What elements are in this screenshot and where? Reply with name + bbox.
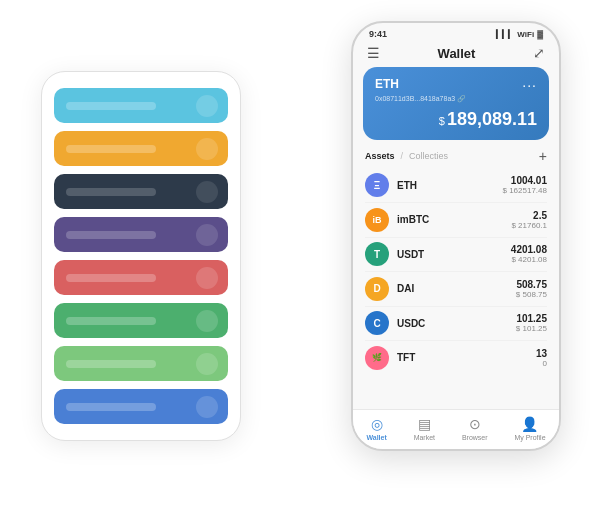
tft-amount: 13 [536, 348, 547, 359]
usdc-info: USDC [397, 318, 508, 329]
tft-usd: 0 [536, 359, 547, 368]
imbtc-info: imBTC [397, 214, 503, 225]
nav-profile-label: My Profile [514, 434, 545, 441]
status-icons: ▎▎▎ WiFi ▓ [496, 30, 543, 39]
asset-item-dai[interactable]: D DAI 508.75 $ 508.75 [353, 272, 559, 306]
asset-item-tft[interactable]: 🌿 TFT 13 0 [353, 341, 559, 375]
dai-name: DAI [397, 283, 508, 294]
market-nav-icon: ▤ [418, 416, 431, 432]
eth-card-label: ETH [375, 77, 399, 91]
expand-icon[interactable]: ⤢ [533, 45, 545, 61]
asset-item-imbtc[interactable]: iB imBTC 2.5 $ 21760.1 [353, 203, 559, 237]
usdc-usd: $ 101.25 [516, 324, 547, 333]
dai-icon: D [365, 277, 389, 301]
assets-header: Assets / Collecties + [353, 148, 559, 168]
imbtc-amount: 2.5 [511, 210, 547, 221]
asset-list: Ξ ETH 1004.01 $ 162517.48 iB imBTC 2.5 $ [353, 168, 559, 409]
list-item[interactable] [54, 303, 228, 338]
nav-browser[interactable]: ⊙ Browser [462, 416, 488, 441]
eth-balance-symbol: $ [439, 115, 445, 127]
add-asset-button[interactable]: + [539, 148, 547, 164]
eth-balance: $189,089.11 [375, 109, 537, 130]
usdt-icon: T [365, 242, 389, 266]
list-item[interactable] [54, 260, 228, 295]
page-title: Wallet [438, 46, 476, 61]
phone-header: ☰ Wallet ⤢ [353, 41, 559, 67]
nav-market[interactable]: ▤ Market [414, 416, 435, 441]
status-bar: 9:41 ▎▎▎ WiFi ▓ [353, 23, 559, 41]
dai-amount: 508.75 [516, 279, 547, 290]
tft-amounts: 13 0 [536, 348, 547, 368]
battery-icon: ▓ [537, 30, 543, 39]
asset-item-eth[interactable]: Ξ ETH 1004.01 $ 162517.48 [353, 168, 559, 202]
eth-balance-value: 189,089.11 [447, 109, 537, 129]
eth-usd: $ 162517.48 [503, 186, 548, 195]
dai-info: DAI [397, 283, 508, 294]
menu-icon[interactable]: ☰ [367, 45, 380, 61]
imbtc-icon: iB [365, 208, 389, 232]
nav-market-label: Market [414, 434, 435, 441]
nav-profile[interactable]: 👤 My Profile [514, 416, 545, 441]
tab-assets[interactable]: Assets [365, 151, 395, 161]
imbtc-usd: $ 21760.1 [511, 221, 547, 230]
nav-wallet[interactable]: ◎ Wallet [366, 416, 386, 441]
scene: 9:41 ▎▎▎ WiFi ▓ ☰ Wallet ⤢ ETH ··· 0x087… [11, 11, 591, 521]
phone: 9:41 ▎▎▎ WiFi ▓ ☰ Wallet ⤢ ETH ··· 0x087… [351, 21, 561, 451]
tft-name: TFT [397, 352, 528, 363]
eth-icon: Ξ [365, 173, 389, 197]
eth-card[interactable]: ETH ··· 0x08711d3B...8418a78a3 🔗 $189,08… [363, 67, 549, 140]
tab-divider: / [401, 151, 404, 161]
usdt-amounts: 4201.08 $ 4201.08 [511, 244, 547, 264]
eth-amount: 1004.01 [503, 175, 548, 186]
list-item[interactable] [54, 346, 228, 381]
list-item[interactable] [54, 217, 228, 252]
wallet-nav-icon: ◎ [371, 416, 383, 432]
usdt-info: USDT [397, 249, 503, 260]
tab-collecties[interactable]: Collecties [409, 151, 448, 161]
asset-item-usdc[interactable]: C USDC 101.25 $ 101.25 [353, 306, 559, 340]
bottom-nav: ◎ Wallet ▤ Market ⊙ Browser 👤 My Profile [353, 409, 559, 449]
list-item[interactable] [54, 174, 228, 209]
eth-address: 0x08711d3B...8418a78a3 🔗 [375, 95, 537, 103]
tft-info: TFT [397, 352, 528, 363]
usdt-amount: 4201.08 [511, 244, 547, 255]
assets-tabs: Assets / Collecties [365, 151, 448, 161]
usdt-name: USDT [397, 249, 503, 260]
dai-amounts: 508.75 $ 508.75 [516, 279, 547, 299]
usdc-name: USDC [397, 318, 508, 329]
eth-info: ETH [397, 180, 495, 191]
eth-name: ETH [397, 180, 495, 191]
signal-icon: ▎▎▎ [496, 30, 514, 39]
back-panel [41, 71, 241, 441]
usdt-usd: $ 4201.08 [511, 255, 547, 264]
browser-nav-icon: ⊙ [469, 416, 481, 432]
list-item[interactable] [54, 88, 228, 123]
tft-icon: 🌿 [365, 346, 389, 370]
asset-item-usdt[interactable]: T USDT 4201.08 $ 4201.08 [353, 237, 559, 271]
list-item[interactable] [54, 389, 228, 424]
nav-browser-label: Browser [462, 434, 488, 441]
eth-card-menu[interactable]: ··· [522, 77, 537, 93]
wifi-icon: WiFi [517, 30, 534, 39]
status-time: 9:41 [369, 29, 387, 39]
usdc-icon: C [365, 311, 389, 335]
dai-usd: $ 508.75 [516, 290, 547, 299]
nav-wallet-label: Wallet [366, 434, 386, 441]
usdc-amount: 101.25 [516, 313, 547, 324]
eth-amounts: 1004.01 $ 162517.48 [503, 175, 548, 195]
imbtc-name: imBTC [397, 214, 503, 225]
list-item[interactable] [54, 131, 228, 166]
usdc-amounts: 101.25 $ 101.25 [516, 313, 547, 333]
imbtc-amounts: 2.5 $ 21760.1 [511, 210, 547, 230]
profile-nav-icon: 👤 [521, 416, 538, 432]
